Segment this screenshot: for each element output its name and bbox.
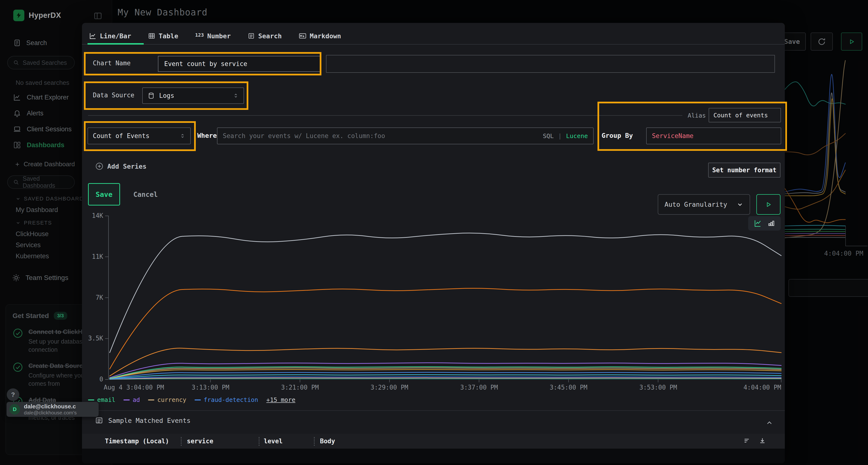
collapse-sidebar-icon[interactable] (94, 11, 102, 20)
user-profile-chip[interactable]: D dale@clickhouse.c dale@clickhouse.com'… (6, 402, 99, 417)
presets-section-header[interactable]: PRESETS (16, 220, 52, 226)
tab-number[interactable]: 123 Number (195, 32, 231, 40)
where-label: Where (197, 132, 217, 139)
background-chart-axis (845, 226, 846, 246)
where-search-input[interactable]: Search your events w/ Lucene ex. column:… (217, 128, 594, 144)
sidebar-item-label: Client Sessions (27, 126, 72, 133)
save-button[interactable]: Save (88, 183, 120, 205)
tab-table[interactable]: Table (148, 32, 178, 40)
bell-icon (13, 109, 21, 117)
x-axis-tick: 3:37:00 PM (460, 384, 498, 391)
page-title: My New Dashboard (118, 7, 207, 18)
cancel-button[interactable]: Cancel (133, 191, 158, 199)
column-divider[interactable] (259, 437, 259, 446)
download-icon[interactable] (759, 437, 766, 444)
background-input-box[interactable] (788, 279, 868, 297)
create-dashboard-label: Create Dashboard (24, 161, 75, 168)
sidebar-item-kubernetes[interactable]: Kubernetes (16, 253, 49, 260)
column-header[interactable]: level (264, 437, 283, 445)
column-divider[interactable] (181, 437, 182, 446)
chevron-up-icon[interactable] (766, 419, 773, 427)
x-axis-tick: 3:21:00 PM (281, 384, 319, 391)
timeseries-chart[interactable] (104, 211, 786, 401)
tab-label: Line/Bar (100, 32, 131, 40)
tab-label: Table (159, 32, 178, 40)
gear-icon (12, 274, 20, 282)
dashboard-run-button[interactable] (841, 33, 862, 51)
sidebar-item-label: Alerts (27, 110, 43, 117)
markdown-icon (299, 32, 306, 40)
alias-input[interactable]: Count of events (709, 108, 781, 122)
sidebar-item-services[interactable]: Services (16, 241, 41, 249)
legend-item[interactable]: fraud-detection (194, 396, 258, 403)
saved-dashboard-section-header[interactable]: SAVED DASHBOARD (16, 196, 84, 202)
aggregation-select[interactable]: Count of Events (88, 128, 191, 144)
legend-item[interactable]: ad (123, 396, 140, 403)
chart-name-input-extension[interactable] (326, 55, 775, 73)
sidebar-item-clickhouse[interactable]: ClickHouse (16, 230, 49, 238)
granularity-value: Auto Granularity (664, 201, 727, 208)
user-email-subtitle: dale@clickhouse.com's (24, 410, 77, 416)
tab-line-bar[interactable]: Line/Bar (89, 32, 131, 40)
sidebar-item-team-settings[interactable]: Team Settings (12, 274, 68, 282)
tab-search[interactable]: Search (248, 32, 282, 40)
legend-dash (194, 399, 201, 400)
x-axis-tick: 3:29:00 PM (371, 384, 408, 391)
sort-lines-icon[interactable] (743, 437, 751, 444)
sample-events-title: Sample Matched Events (108, 417, 190, 424)
sample-matched-events-header[interactable]: Sample Matched Events (95, 417, 190, 424)
legend-more-link[interactable]: +15 more (267, 396, 296, 403)
help-button[interactable]: ? (7, 388, 19, 401)
plus-circle-icon (95, 162, 103, 170)
section-label: PRESETS (24, 220, 52, 226)
sidebar-item-search[interactable]: Search (13, 39, 47, 47)
group-by-input[interactable]: ServiceName (646, 128, 781, 144)
legend-dash (123, 399, 130, 400)
list-icon (95, 417, 103, 424)
legend-item[interactable]: currency (148, 396, 186, 403)
y-axis-tick: 3.5K (82, 335, 103, 342)
dashboards-grid-icon (13, 141, 21, 149)
sidebar-item-alerts[interactable]: Alerts (13, 109, 43, 117)
x-axis-tick: 4:04:00 PM (743, 384, 781, 391)
language-toggle-divider: | (558, 133, 562, 139)
tab-label: Search (258, 32, 282, 40)
hyperdx-logo-icon (13, 10, 24, 21)
lucene-toggle[interactable]: Lucene (566, 133, 588, 139)
sidebar-item-label: Dashboards (27, 141, 64, 149)
add-series-button[interactable]: Add Series (95, 162, 147, 170)
group-by-label: Group By (601, 132, 633, 139)
legend-label: ad (133, 396, 140, 403)
create-dashboard-button[interactable]: Create Dashboard (14, 161, 75, 168)
chart-name-input[interactable]: Event count by service (158, 56, 321, 72)
saved-dashboards-input[interactable]: Saved Dashboards (7, 175, 75, 189)
chart-name-label: Chart Name (93, 60, 131, 67)
sidebar-item-my-dashboard[interactable]: My Dashboard (16, 206, 58, 214)
refresh-button[interactable] (811, 33, 833, 51)
section-divider (82, 410, 785, 411)
where-placeholder: Search your events w/ Lucene ex. column:… (223, 132, 538, 139)
data-source-value: Logs (159, 92, 228, 99)
sidebar-item-client-sessions[interactable]: Client Sessions (13, 125, 72, 133)
column-header[interactable]: Timestamp (Local) (105, 437, 169, 445)
get-started-progress-badge: 3/3 (54, 312, 67, 320)
y-axis-tick: 11K (82, 253, 103, 260)
events-table-body[interactable] (82, 449, 785, 463)
sidebar-item-dashboards[interactable]: Dashboards (13, 141, 64, 149)
search-icon (13, 60, 19, 66)
section-label: SAVED DASHBOARD (24, 196, 84, 202)
column-header[interactable]: Body (320, 437, 335, 445)
data-source-select[interactable]: Logs (142, 88, 244, 104)
saved-searches-placeholder: Saved Searches (23, 59, 67, 66)
column-divider[interactable] (314, 437, 315, 446)
tab-markdown[interactable]: Markdown (299, 32, 341, 40)
background-chart-axis (845, 246, 868, 246)
saved-searches-input[interactable]: Saved Searches (7, 56, 75, 69)
brand-name: HyperDX (29, 11, 61, 20)
set-number-format-button[interactable]: Set number format (708, 163, 780, 177)
saved-dashboards-placeholder: Saved Dashboards (23, 175, 69, 189)
data-source-label: Data Source (93, 92, 134, 99)
column-header[interactable]: service (187, 437, 213, 445)
sidebar-item-chart-explorer[interactable]: Chart Explorer (13, 94, 69, 101)
sql-toggle[interactable]: SQL (543, 133, 554, 139)
